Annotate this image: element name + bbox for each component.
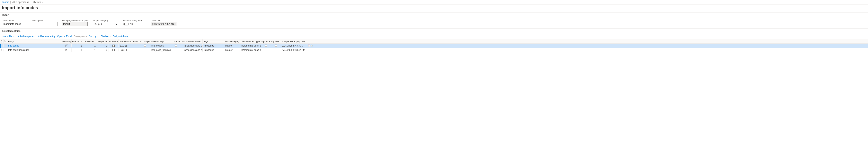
cell-sheet[interactable]: Info_codes$⌄	[150, 44, 171, 48]
label-truncate: Truncate entity data	[123, 19, 146, 22]
page-title: Import info codes	[0, 4, 868, 12]
stop-level-checkbox[interactable]	[275, 49, 277, 51]
skip-staging-checkbox[interactable]	[144, 45, 146, 47]
truncate-toggle[interactable]	[123, 23, 129, 25]
col-stop-unit[interactable]: Stop unit e...	[261, 39, 271, 43]
chevron-down-icon: ⌄	[109, 35, 111, 37]
col-level[interactable]: Level in ex...	[83, 39, 97, 43]
breadcrumb-sep: |	[31, 1, 31, 3]
entities-grid: Entity View map Executi... Level in ex..…	[0, 39, 868, 52]
col-skip[interactable]: Skip staging	[140, 39, 150, 43]
resequence-button: Resequence	[73, 35, 87, 38]
chevron-down-icon: ⌄	[34, 35, 36, 37]
cell-refresh-type[interactable]: Incremental push only⌄	[240, 44, 261, 48]
operation-type-field[interactable]	[62, 22, 88, 26]
cell-sheet[interactable]: Info_code_translation$	[150, 48, 171, 52]
project-category-field[interactable]: Project	[93, 22, 118, 26]
add-file-button[interactable]: Add file⌄	[2, 35, 15, 38]
label-operation-type: Data project operation type	[62, 19, 88, 22]
group-name-field[interactable]	[2, 22, 27, 26]
section-selected-entities[interactable]: Selected entities	[0, 28, 868, 34]
truncate-value: No	[130, 23, 133, 25]
cell-category: Master	[224, 44, 240, 48]
col-expiry[interactable]: Sample File Expiry Date	[281, 39, 314, 43]
label-project-category: Project category	[93, 19, 118, 22]
table-row[interactable]: Info code translation 1 1 2 EXCEL Info_c…	[0, 48, 868, 52]
breadcrumb-sep: |	[10, 1, 11, 3]
cell-execution: 1	[71, 44, 83, 48]
import-form: Group name Description Data project oper…	[0, 18, 868, 28]
chevron-down-icon: ⌄	[136, 45, 139, 47]
label-description: Description	[32, 19, 58, 22]
cell-source[interactable]: EXCEL	[119, 48, 140, 52]
view-map-icon[interactable]	[65, 45, 68, 47]
cell-expiry: 1/24/2025 5:43:47 PM	[281, 48, 314, 52]
add-template-button[interactable]: Add template⌄	[17, 35, 36, 38]
row-select-radio[interactable]	[1, 49, 2, 51]
col-stop-level[interactable]: Stop level ...	[271, 39, 281, 43]
label-group-name: Group name	[2, 19, 27, 22]
sort-by-button[interactable]: Sort by⌄	[88, 35, 99, 38]
obsolete-checkbox[interactable]	[113, 49, 115, 51]
entity-attribute-button[interactable]: Entity attribute	[112, 35, 128, 38]
breadcrumb-ax: AX : Operations	[12, 1, 29, 3]
col-sequence[interactable]: Sequence	[97, 39, 109, 43]
cell-sequence: 2	[97, 48, 109, 52]
cell-tags: Infocodes	[203, 44, 224, 48]
row-select-radio[interactable]	[2, 45, 2, 47]
breadcrumb: Import | AX : Operations | My view⌄	[0, 0, 868, 4]
cell-tags: Infocodes	[203, 48, 224, 52]
chevron-down-icon: ⌄	[167, 45, 170, 47]
cell-entity[interactable]: Info code translation	[7, 48, 62, 52]
cell-category: Master	[224, 48, 240, 52]
col-refresh[interactable]: Default refresh type	[240, 39, 261, 43]
group-id-field[interactable]	[151, 22, 177, 26]
cell-level: 1	[83, 44, 97, 48]
cell-refresh-type[interactable]: Incremental push only	[240, 48, 261, 52]
chevron-down-icon: ⌄	[41, 1, 43, 3]
disable-checkbox[interactable]	[175, 45, 177, 47]
disable-checkbox[interactable]	[175, 49, 177, 51]
description-field[interactable]	[32, 22, 58, 26]
cell-level: 1	[83, 48, 97, 52]
cell-app-module: Transactions and orders	[181, 44, 203, 48]
col-category[interactable]: Entity category	[224, 39, 240, 43]
col-sheet[interactable]: Sheet lookup	[150, 39, 171, 43]
col-view-map[interactable]: View map	[62, 39, 71, 43]
grid-toolbar: Add file⌄ | Add template⌄ Remove entity …	[0, 34, 868, 39]
refresh-icon[interactable]	[4, 40, 6, 42]
open-in-excel-button[interactable]: Open in Excel	[57, 35, 72, 38]
disable-button[interactable]: Disable⌄	[100, 35, 112, 38]
section-import[interactable]: Import	[0, 12, 868, 18]
trash-icon	[38, 35, 40, 38]
breadcrumb-import[interactable]: Import	[2, 1, 9, 3]
select-all-radio[interactable]	[1, 40, 2, 42]
col-source[interactable]: Source data format	[119, 39, 140, 43]
cell-execution: 1	[71, 48, 83, 52]
skip-staging-checkbox[interactable]	[144, 49, 146, 51]
chevron-down-icon: ⌄	[97, 35, 99, 37]
stop-unit-checkbox[interactable]	[265, 45, 267, 47]
table-row[interactable]: Info codes 1 1 1 EXCEL⌄ Info_codes$⌄ Tra…	[0, 43, 868, 48]
cell-sequence: 1	[97, 44, 109, 48]
cell-source[interactable]: EXCEL⌄	[119, 44, 140, 48]
stop-level-checkbox[interactable]	[275, 45, 277, 47]
cell-entity[interactable]: Info codes	[7, 44, 62, 48]
stop-unit-checkbox[interactable]	[265, 49, 267, 51]
breadcrumb-view[interactable]: My view⌄	[33, 1, 43, 3]
chevron-down-icon: ⌄	[12, 35, 14, 37]
cell-expiry: 1/24/2025 5:43:30 ...📅 🕐	[281, 44, 314, 48]
label-group-id: Group ID	[151, 19, 177, 22]
col-disable[interactable]: Disable	[171, 39, 181, 43]
col-tags[interactable]: Tags	[203, 39, 224, 43]
grid-header: Entity View map Executi... Level in ex..…	[0, 39, 868, 43]
col-execution[interactable]: Executi...	[71, 39, 83, 43]
col-app[interactable]: Application module	[181, 39, 203, 43]
calendar-clock-icon[interactable]: 📅 🕐	[307, 45, 313, 47]
col-entity[interactable]: Entity	[7, 39, 62, 43]
obsolete-checkbox[interactable]	[113, 45, 115, 47]
cell-app-module: Transactions and orders	[181, 48, 203, 52]
col-obsolete[interactable]: Obsolete	[109, 39, 119, 43]
view-map-icon[interactable]	[65, 49, 68, 51]
remove-entity-button[interactable]: Remove entity	[37, 35, 56, 38]
